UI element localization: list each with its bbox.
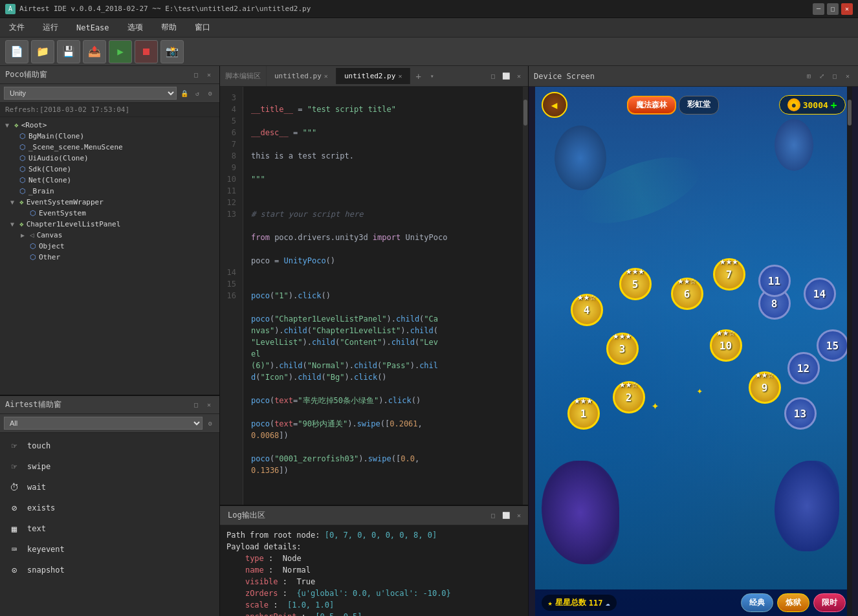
- deco-bubble-1: [555, 126, 606, 190]
- run-button[interactable]: ▶: [109, 40, 132, 63]
- editor-scrollbar[interactable]: [523, 87, 528, 505]
- poco-lock-btn[interactable]: 🔒: [179, 88, 190, 98]
- tree-item-other[interactable]: ⬡ Other: [0, 252, 219, 263]
- tab-add-button[interactable]: +: [410, 67, 426, 85]
- tree-item-canvas[interactable]: ▶ ◁ Canvas: [0, 230, 219, 241]
- tab-close-untitled2[interactable]: ✕: [398, 72, 402, 80]
- airtest-item-text[interactable]: ▦ text: [0, 518, 219, 539]
- tree-item-sdk[interactable]: ⬡ Sdk(Clone): [0, 164, 219, 175]
- device-fit-btn[interactable]: ⤢: [817, 71, 827, 82]
- tree-item-scene[interactable]: ⬡ _Scene_scene.MenuScene: [0, 142, 219, 153]
- menu-netease[interactable]: NetEase: [72, 21, 113, 35]
- poco-panel-minimize[interactable]: □: [191, 70, 201, 80]
- screenshot-button[interactable]: 📸: [160, 40, 184, 63]
- editor-tab-untitled2[interactable]: untitled2.py ✕: [336, 68, 411, 84]
- level-node-13[interactable]: 13: [784, 397, 817, 430]
- level-8-num: 8: [771, 298, 778, 310]
- device-grid-btn[interactable]: ⊞: [804, 71, 814, 82]
- airtest-item-swipe[interactable]: ☞ swipe: [0, 456, 219, 477]
- tree-icon-scene: ⬡: [19, 143, 26, 151]
- menu-help[interactable]: 帮助: [157, 19, 181, 36]
- log-minimize-btn[interactable]: □: [488, 511, 498, 521]
- main-content: Poco辅助窗 □ ✕ Unity Android iOS 🔒 ↺ ⚙ Refr…: [0, 66, 858, 616]
- poco-settings-btn[interactable]: ⚙: [205, 88, 215, 98]
- log-close-btn[interactable]: ✕: [514, 511, 524, 521]
- save-button[interactable]: 💾: [57, 40, 80, 63]
- tree-item-brain[interactable]: ⬡ _Brain: [0, 186, 219, 197]
- device-minimize-btn[interactable]: □: [830, 71, 840, 82]
- device-scrollbar[interactable]: [847, 87, 852, 616]
- tree-item-object[interactable]: ⬡ Object: [0, 241, 219, 252]
- airtest-item-touch[interactable]: ☞ touch: [0, 435, 219, 456]
- tree-item-uiaudio[interactable]: ⬡ UiAudio(Clone): [0, 153, 219, 164]
- level-node-6[interactable]: ★★☆ 6: [671, 278, 703, 310]
- airtest-panel-minimize[interactable]: □: [191, 400, 201, 410]
- gold-plus-icon[interactable]: +: [831, 99, 837, 111]
- game-back-button[interactable]: ◀: [542, 92, 567, 118]
- menu-run[interactable]: 运行: [39, 19, 62, 36]
- export-button[interactable]: 📤: [83, 40, 106, 63]
- tree-item-eventsystem-wrapper[interactable]: ▼ ❖ EventSystemWrapper: [0, 197, 219, 208]
- poco-device-select[interactable]: Unity Android iOS: [4, 87, 177, 100]
- menu-options[interactable]: 选项: [124, 19, 147, 36]
- level-node-7[interactable]: ★★★ 7: [713, 258, 745, 291]
- level-node-12[interactable]: 12: [787, 352, 820, 384]
- poco-tree[interactable]: ▼ ❖ <Root> ⬡ BgMain(Clone) ⬡ _Scene_scen…: [0, 117, 219, 395]
- level-node-5[interactable]: ★★★ 5: [619, 268, 652, 300]
- level-node-10[interactable]: ★★☆ 10: [710, 329, 742, 362]
- log-line-visible: visible : True: [226, 576, 522, 588]
- level-node-4[interactable]: ★★☆ 4: [571, 294, 603, 326]
- tree-item-bgmain[interactable]: ⬡ BgMain(Clone): [0, 131, 219, 142]
- tab-close-untitled1[interactable]: ✕: [324, 72, 328, 80]
- airtest-item-wait[interactable]: ⏱ wait: [0, 477, 219, 498]
- game-mode-classic[interactable]: 经典: [741, 593, 773, 612]
- title-bar: A Airtest IDE v.0.0.4_2018-02-27 ~~ E:\t…: [0, 0, 858, 18]
- new-file-button[interactable]: 📄: [5, 40, 28, 63]
- open-file-button[interactable]: 📁: [31, 40, 54, 63]
- level-node-1[interactable]: ★★★ 1: [567, 397, 600, 430]
- editor-tab-untitled1[interactable]: untitled.py ✕: [267, 68, 336, 84]
- airtest-item-keyevent[interactable]: ⌨ keyevent: [0, 539, 219, 560]
- minimize-button[interactable]: ─: [813, 3, 824, 15]
- tree-root[interactable]: ▼ ❖ <Root>: [0, 120, 219, 131]
- editor-scrollbar-thumb[interactable]: [523, 100, 527, 126]
- close-button[interactable]: ✕: [841, 3, 853, 15]
- poco-panel-close[interactable]: ✕: [204, 70, 214, 80]
- airtest-item-snapshot[interactable]: ⊙ snapshot: [0, 560, 219, 580]
- log-maximize-btn[interactable]: ⬜: [501, 511, 511, 521]
- airtest-settings-btn[interactable]: ⚙: [205, 418, 215, 428]
- device-close-btn[interactable]: ✕: [842, 71, 853, 82]
- tree-item-eventsystem[interactable]: ⬡ EventSystem: [0, 208, 219, 219]
- editor-maximize-btn[interactable]: ⬜: [501, 71, 511, 82]
- airtest-item-exists[interactable]: ⊘ exists: [0, 498, 219, 518]
- code-area[interactable]: 3 4 5 6 7 8 9 10 11 12 13 14 15: [220, 87, 523, 505]
- maximize-button[interactable]: □: [827, 3, 839, 15]
- tree-label-scene: _Scene_scene.MenuScene: [28, 143, 123, 151]
- tree-item-chapter1[interactable]: ▼ ❖ Chapter1LevelListPanel: [0, 219, 219, 230]
- swipe-icon: ☞: [8, 460, 21, 473]
- editor-minimize-btn[interactable]: □: [488, 71, 498, 82]
- level-node-15[interactable]: 15: [817, 329, 849, 362]
- editor-close-btn[interactable]: ✕: [514, 71, 524, 82]
- airtest-panel-close[interactable]: ✕: [204, 400, 214, 410]
- level-node-2[interactable]: ★★☆ 2: [613, 381, 645, 413]
- tree-item-net[interactable]: ⬡ Net(Clone): [0, 175, 219, 186]
- game-mode-time[interactable]: 限时: [813, 593, 846, 612]
- game-gold-counter: ● 30004 +: [779, 95, 846, 115]
- menu-file[interactable]: 文件: [5, 19, 28, 36]
- level-node-11[interactable]: 11: [758, 265, 791, 297]
- level-node-3[interactable]: ★★★ 3: [606, 333, 639, 365]
- game-tab-magic-forest[interactable]: 魔法森林: [627, 96, 676, 115]
- game-tab-rainbow[interactable]: 彩虹堂: [679, 96, 719, 115]
- level-node-14[interactable]: 14: [804, 278, 836, 310]
- stop-button[interactable]: ⏹: [135, 40, 158, 63]
- airtest-filter-select[interactable]: All: [4, 417, 203, 430]
- level-10-num: 10: [720, 340, 732, 352]
- airtest-list: ☞ touch ☞ swipe ⏱ wait ⊘ exists ▦ text: [0, 433, 219, 616]
- menu-window[interactable]: 窗口: [191, 19, 214, 36]
- level-9-num: 9: [762, 382, 768, 394]
- tab-dropdown-button[interactable]: ▾: [426, 69, 438, 83]
- level-node-9[interactable]: ★★☆ 9: [749, 371, 781, 404]
- game-mode-hell[interactable]: 炼狱: [777, 593, 809, 612]
- poco-refresh-btn[interactable]: ↺: [192, 88, 203, 98]
